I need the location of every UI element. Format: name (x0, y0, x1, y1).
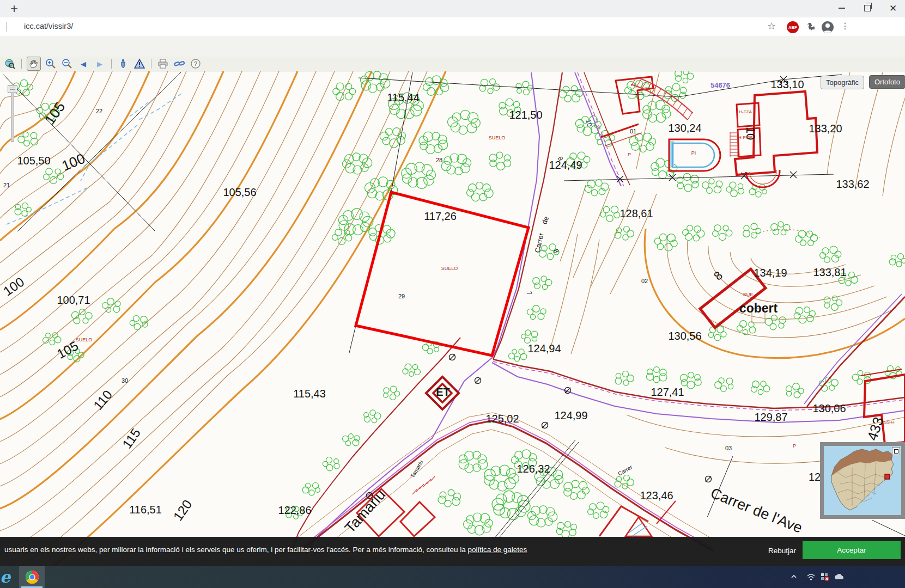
map-label: 01 (630, 128, 636, 134)
browser-menu-icon[interactable]: ⋮ (841, 21, 849, 31)
map-label: 116,51 (129, 504, 162, 516)
wifi-icon[interactable] (806, 573, 816, 583)
map-label: 125,02 (485, 413, 519, 425)
zoom-out-icon[interactable] (60, 57, 74, 70)
cookie-message-text: usuaris en els nostres webs, per millora… (4, 546, 467, 554)
close-icon: ✕ (889, 3, 897, 14)
map-label: 130,06 (812, 402, 846, 414)
map-label: SUELO (441, 266, 458, 271)
print-icon[interactable] (156, 57, 169, 70)
map-label: 21 (3, 182, 10, 188)
map-label: 117,26 (424, 210, 457, 222)
map-label: 129,87 (754, 411, 787, 423)
map-label: 105,56 (223, 186, 256, 198)
map-label: 54676 (710, 81, 730, 89)
map-label: 123,46 (640, 489, 673, 501)
map-label: 121,50 (509, 109, 542, 121)
map-label: H-POR (738, 135, 752, 140)
expand-icon (894, 449, 898, 454)
map-label: 105,50 (17, 155, 50, 167)
map-label: 133,10 (770, 78, 804, 90)
chrome-icon (25, 570, 39, 584)
cookie-reject-button[interactable]: Rebutjar (761, 543, 804, 558)
extensions-puzzle-icon[interactable] (805, 22, 816, 35)
map-label: cobert (739, 301, 778, 315)
pan-hand-icon[interactable] (27, 57, 41, 71)
map-label: 128,61 (619, 207, 653, 219)
map-label: SUELO (76, 337, 93, 342)
map-label: 28 (436, 157, 442, 163)
map-label: 134,19 (754, 267, 787, 279)
zoom-in-icon[interactable] (44, 57, 57, 70)
map-label: 124,49 (549, 159, 582, 171)
overview-zoom-icon[interactable] (3, 57, 16, 70)
zoom-slider-handle[interactable] (8, 85, 17, 93)
cookie-accept-button[interactable]: Acceptar (803, 541, 901, 559)
url-input[interactable]: icc.cat/vissir3/ (24, 22, 73, 30)
map-toolbar: ◀ ▶ ? (0, 57, 905, 71)
sync-error-icon[interactable] (821, 573, 830, 584)
map-label: 122,86 (278, 504, 311, 516)
history-forward-icon[interactable]: ▶ (93, 57, 106, 70)
map-label: 12 (809, 471, 821, 483)
svg-text:?: ? (194, 60, 197, 67)
url-cursor (7, 22, 7, 32)
map-label: 30 (122, 377, 128, 384)
layer-ortofoto-button[interactable]: Ortofoto (869, 75, 905, 89)
cookie-consent-bar: usuaris en els nostres webs, per millora… (0, 537, 905, 566)
toolbar-separator (151, 59, 151, 69)
onedrive-cloud-icon[interactable] (834, 573, 845, 583)
toolbar-separator (111, 59, 112, 69)
tray-chevron-icon[interactable] (790, 573, 798, 583)
internet-explorer-icon[interactable]: e (0, 567, 10, 586)
layer-topografic-button[interactable]: Topogràfic (821, 76, 864, 89)
icgc-header: ICGC Institut Cartogràfic i Geològic de … (0, 36, 905, 57)
windows-taskbar: e ESP 11:33 28/08/2020 (0, 566, 905, 588)
window-restore-button[interactable] (855, 0, 880, 16)
map-label: 127,41 (651, 386, 684, 398)
permalink-icon[interactable] (173, 57, 186, 70)
new-tab-button[interactable]: + (7, 1, 22, 16)
browser-tab-strip: + ✕ (0, 0, 905, 18)
warning-icon[interactable] (133, 57, 146, 70)
identify-info-icon[interactable] (117, 57, 130, 70)
bookmark-star-icon[interactable]: ☆ (767, 20, 776, 32)
map-label: 02 (641, 278, 648, 284)
forward-arrow-glyph: ▶ (97, 60, 102, 68)
zoom-slider-track[interactable] (11, 87, 14, 142)
map-label: 29 (398, 293, 405, 299)
map-label: 100,71 (57, 294, 90, 306)
map-label: 124,94 (527, 342, 561, 354)
map-label: SUELO (489, 135, 506, 140)
map-label: SS-H (884, 420, 894, 425)
map-label: SUE (743, 292, 754, 297)
inset-expand-button[interactable] (892, 447, 900, 455)
cookie-message: usuaris en els nostres webs, per millora… (4, 546, 527, 554)
map-label: 124,99 (554, 409, 587, 421)
chrome-taskbar-button[interactable] (19, 566, 45, 588)
map-label: 130,56 (668, 330, 701, 342)
map-label: PI (691, 150, 696, 156)
back-arrow-glyph: ◀ (81, 60, 86, 68)
help-icon[interactable]: ? (189, 57, 202, 70)
profile-avatar-icon[interactable] (822, 21, 834, 33)
map-label: 130,24 (668, 122, 701, 134)
cookie-policy-link[interactable]: política de galetes (467, 546, 527, 554)
map-label: H-TZA (739, 109, 752, 114)
map-label: 133,81 (813, 266, 846, 278)
zoom-slider[interactable] (8, 85, 16, 142)
map-label: 115,43 (293, 388, 326, 400)
map-label: ET (436, 386, 450, 398)
history-back-icon[interactable]: ◀ (77, 57, 90, 70)
overview-map-inset[interactable] (820, 442, 905, 519)
window-close-button[interactable]: ✕ (880, 0, 905, 16)
restore-icon (864, 5, 871, 11)
adblock-extension-icon[interactable]: ABP (787, 21, 799, 33)
window-minimize-button[interactable] (829, 0, 854, 16)
map-label: 133,20 (809, 122, 842, 134)
map-viewport[interactable]: 115,44121,50124,49105,50105,56117,26128,… (0, 71, 905, 566)
map-label: 03 (725, 445, 732, 451)
browser-address-bar: icc.cat/vissir3/ ☆ ABP ⋮ (0, 17, 905, 36)
inset-location-marker (885, 474, 890, 479)
map-label: 133,62 (836, 178, 869, 190)
